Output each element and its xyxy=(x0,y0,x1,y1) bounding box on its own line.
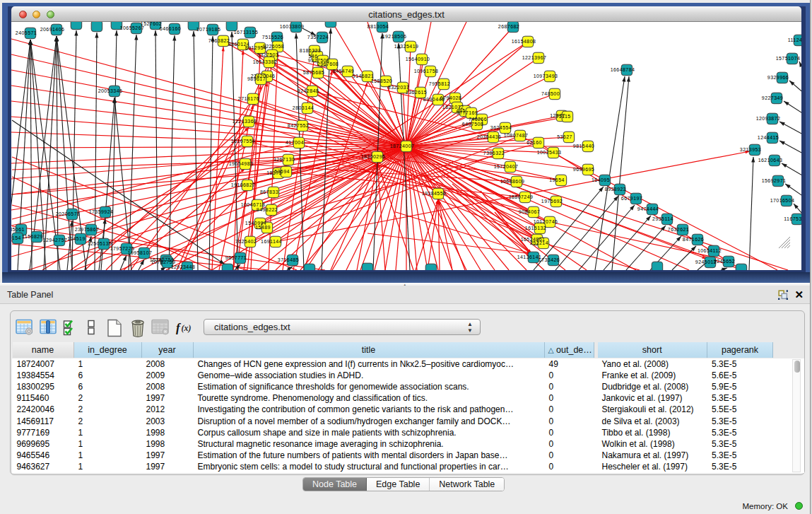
svg-text:15720407: 15720407 xyxy=(494,164,519,169)
svg-text:9474444: 9474444 xyxy=(637,206,659,211)
svg-text:1691144: 1691144 xyxy=(261,239,282,244)
svg-text:2967608: 2967608 xyxy=(317,62,339,66)
svg-text:6794028: 6794028 xyxy=(440,95,461,100)
svg-text:8322037: 8322037 xyxy=(388,85,409,90)
svg-text:9815440: 9815440 xyxy=(573,144,594,148)
svg-text:19384554: 19384554 xyxy=(422,191,447,196)
svg-text:12505135: 12505135 xyxy=(88,241,112,246)
svg-text:8186323: 8186323 xyxy=(300,48,321,53)
svg-text:3624554: 3624554 xyxy=(490,125,512,130)
svg-text:2405571: 2405571 xyxy=(16,30,37,35)
svg-text:10719185: 10719185 xyxy=(196,27,221,32)
svg-text:39154: 39154 xyxy=(11,235,21,240)
svg-text:15751074: 15751074 xyxy=(776,56,801,61)
svg-text:9227349: 9227349 xyxy=(762,95,783,100)
svg-text:17359924: 17359924 xyxy=(89,209,114,214)
svg-text:16033809: 16033809 xyxy=(280,24,305,29)
svg-text:12942757: 12942757 xyxy=(43,238,68,243)
svg-text:18807249: 18807249 xyxy=(509,194,534,199)
svg-text:3716485: 3716485 xyxy=(278,257,299,262)
svg-text:10654112: 10654112 xyxy=(698,248,722,253)
svg-text:7515526: 7515526 xyxy=(262,35,283,40)
svg-text:15640910: 15640910 xyxy=(406,57,430,62)
svg-text:7625402: 7625402 xyxy=(235,239,257,244)
svg-text:19654: 19654 xyxy=(549,177,565,182)
svg-text:114519: 114519 xyxy=(67,236,86,241)
svg-text:8454749: 8454749 xyxy=(333,69,354,74)
svg-text:6497508: 6497508 xyxy=(462,122,483,127)
svg-text:9146821: 9146821 xyxy=(353,74,374,78)
svg-text:10961758: 10961758 xyxy=(414,69,439,74)
svg-text:75115: 75115 xyxy=(555,114,570,119)
svg-text:8226058: 8226058 xyxy=(263,44,284,49)
svg-text:9498222: 9498222 xyxy=(257,207,278,212)
svg-text:23975867: 23975867 xyxy=(75,227,100,232)
svg-text:8427552: 8427552 xyxy=(288,123,309,128)
svg-text:16210643: 16210643 xyxy=(758,158,783,163)
svg-text:53627: 53627 xyxy=(557,134,572,139)
svg-text:12093872: 12093872 xyxy=(756,116,781,121)
svg-text:20206578: 20206578 xyxy=(56,211,81,216)
svg-text:3267130: 3267130 xyxy=(273,157,295,162)
svg-text:16107554: 16107554 xyxy=(231,139,256,144)
svg-text:867833: 867833 xyxy=(260,189,278,194)
svg-text:12325419: 12325419 xyxy=(394,44,419,49)
svg-text:2718176: 2718176 xyxy=(238,96,259,101)
svg-text:9327503: 9327503 xyxy=(257,52,278,57)
svg-text:10973493: 10973493 xyxy=(534,74,558,78)
svg-text:9245012: 9245012 xyxy=(695,259,717,264)
svg-text:16543382: 16543382 xyxy=(253,59,278,64)
svg-text:8938923: 8938923 xyxy=(605,187,626,192)
svg-text:1615132: 1615132 xyxy=(525,226,546,230)
svg-text:8813054: 8813054 xyxy=(367,24,389,29)
svg-text:9777169: 9777169 xyxy=(457,110,478,115)
svg-text:10688609: 10688609 xyxy=(500,179,525,184)
svg-text:9329966: 9329966 xyxy=(767,75,789,80)
svg-text:19166827: 19166827 xyxy=(231,182,256,187)
svg-text:1733426: 1733426 xyxy=(539,257,560,262)
svg-text:20364436: 20364436 xyxy=(477,134,502,139)
svg-text:10025433: 10025433 xyxy=(537,150,562,155)
svg-text:1527602: 1527602 xyxy=(141,22,162,26)
svg-text:252214: 252214 xyxy=(530,240,548,245)
svg-text:15692971: 15692971 xyxy=(762,178,787,183)
svg-text:989617: 989617 xyxy=(247,76,266,81)
svg-text:35061: 35061 xyxy=(11,227,25,232)
svg-text:6466160: 6466160 xyxy=(160,26,181,31)
svg-text:18724007: 18724007 xyxy=(390,144,415,148)
svg-text:9699695: 9699695 xyxy=(573,167,594,172)
svg-text:7357224: 7357224 xyxy=(307,35,329,40)
svg-text:10046718: 10046718 xyxy=(241,202,266,207)
svg-text:5875685: 5875685 xyxy=(303,70,324,75)
svg-text:8471626: 8471626 xyxy=(683,237,704,242)
svg-text:116753: 116753 xyxy=(784,216,801,221)
svg-text:1975692: 1975692 xyxy=(541,199,563,204)
svg-text:10782759: 10782759 xyxy=(151,259,176,264)
svg-text:1362615: 1362615 xyxy=(406,90,427,95)
svg-text:7663822: 7663822 xyxy=(208,38,230,43)
svg-text:9245652: 9245652 xyxy=(714,259,735,264)
svg-text:15489: 15489 xyxy=(255,225,271,230)
svg-text:2803144: 2803144 xyxy=(293,105,314,110)
svg-text:20691406: 20691406 xyxy=(40,27,65,32)
svg-text:1156829: 1156829 xyxy=(22,234,43,239)
svg-text:7955812: 7955812 xyxy=(429,81,450,86)
svg-text:53594: 53594 xyxy=(274,169,290,174)
svg-text:12213967: 12213967 xyxy=(522,55,547,60)
svg-text:3213953: 3213953 xyxy=(740,147,761,152)
svg-text:19218506: 19218506 xyxy=(382,34,407,39)
svg-text:10655267: 10655267 xyxy=(120,25,145,30)
svg-text:17016504: 17016504 xyxy=(770,198,795,203)
svg-text:748500: 748500 xyxy=(541,91,560,96)
svg-text:9084067: 9084067 xyxy=(519,209,540,214)
svg-text:20053346: 20053346 xyxy=(98,88,123,93)
svg-text:7386322: 7386322 xyxy=(483,151,505,156)
svg-text:19654983: 19654983 xyxy=(229,161,254,166)
svg-text:7632621: 7632621 xyxy=(668,227,689,232)
svg-text:9242848: 9242848 xyxy=(298,88,319,93)
svg-text:164095: 164095 xyxy=(592,177,610,182)
svg-text:12213369: 12213369 xyxy=(233,119,257,124)
svg-text:2687682: 2687682 xyxy=(498,24,519,29)
svg-text:62160: 62160 xyxy=(526,140,542,145)
svg-text:16713155: 16713155 xyxy=(234,30,259,35)
